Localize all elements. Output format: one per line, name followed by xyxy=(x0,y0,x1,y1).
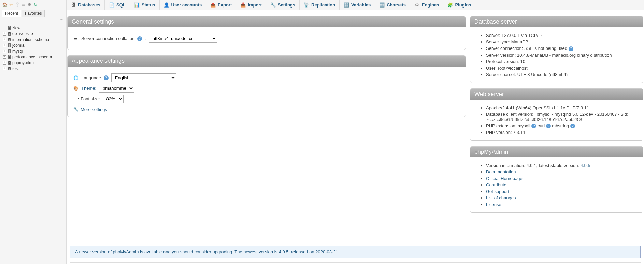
pma-link[interactable]: Documentation xyxy=(486,169,516,175)
menu-users-label: User accounts xyxy=(171,2,202,8)
help-icon[interactable]: ? xyxy=(569,46,573,51)
status-icon: 📊 xyxy=(134,2,140,8)
more-settings-link[interactable]: More settings xyxy=(81,107,107,112)
expand-icon[interactable]: + xyxy=(3,44,6,47)
database-icon: 🗄 xyxy=(7,49,12,54)
home-icon[interactable]: 🏠 xyxy=(2,2,8,8)
menu-status-label: Status xyxy=(142,2,155,8)
pma-link[interactable]: List of changes xyxy=(486,195,516,200)
pma-link[interactable]: Contribute xyxy=(486,182,506,187)
tree-db-label: test xyxy=(12,66,19,71)
dbserver-item: Protocol version: 10 xyxy=(486,58,638,65)
update-notice: A newer version of phpMyAdmin is availab… xyxy=(70,246,641,258)
general-settings-title: General settings xyxy=(68,16,466,27)
users-icon: 👤 xyxy=(164,2,169,8)
plugins-icon: 🧩 xyxy=(447,2,453,8)
tree-db[interactable]: +🗄mysql xyxy=(1,48,65,54)
engines-icon: ⚙ xyxy=(414,2,420,8)
divider xyxy=(70,262,641,263)
collation-select[interactable]: utf8mb4_unicode_ci xyxy=(149,34,217,43)
expand-icon[interactable]: + xyxy=(3,67,6,70)
help-icon[interactable]: ? xyxy=(570,124,575,128)
expand-icon[interactable]: + xyxy=(3,38,6,41)
language-select[interactable]: English xyxy=(111,73,176,82)
reload-icon[interactable]: ↻ xyxy=(33,2,38,8)
menu-engines[interactable]: ⚙Engines xyxy=(410,0,444,10)
expand-icon[interactable]: + xyxy=(3,50,6,53)
webserver-dbclient: Database client version: libmysql - mysq… xyxy=(486,111,638,123)
database-icon: 🗄 xyxy=(7,37,12,42)
expand-icon[interactable]: + xyxy=(3,55,6,59)
theme-label: Theme: xyxy=(81,86,96,91)
tree-db-label: mysql xyxy=(12,49,23,54)
web-server-title: Web server xyxy=(470,89,643,100)
main-area: 🗄Databases 📄SQL 📊Status 👤User accounts 📤… xyxy=(67,0,644,264)
variables-icon: 🔣 xyxy=(344,2,349,8)
expand-icon[interactable]: + xyxy=(3,61,6,65)
settings-gear-icon[interactable]: ⚙ xyxy=(27,2,32,8)
webserver-phpext: PHP extension: mysqli ? curl ? mbstring … xyxy=(486,123,638,129)
help-icon[interactable]: ? xyxy=(531,124,536,128)
menu-variables[interactable]: 🔣Variables xyxy=(340,0,375,10)
webserver-apache: Apache/2.4.41 (Win64) OpenSSL/1.1.1c PHP… xyxy=(486,105,638,111)
pma-version-link[interactable]: 4.9.5 xyxy=(581,163,590,168)
logout-icon[interactable]: ↩ xyxy=(8,2,14,8)
menu-charsets-label: Charsets xyxy=(387,2,406,8)
menu-databases-label: Databases xyxy=(78,2,100,8)
database-server-title: Database server xyxy=(470,16,643,27)
language-label: Language xyxy=(81,75,101,80)
help-icon[interactable]: ? xyxy=(104,75,109,80)
menu-import[interactable]: 📥Import xyxy=(236,0,266,10)
dbserver-item: Server type: MariaDB xyxy=(486,39,638,45)
collation-icon: ☰ xyxy=(73,36,78,41)
fontsize-select[interactable]: 82% xyxy=(103,95,124,103)
navigation-panel: 🏠 ↩ ❔ ▭ ⚙ ↻ Recent Favorites ∞ 🗄 New +🗄d… xyxy=(0,0,67,264)
collapse-link-icon[interactable]: ∞ xyxy=(0,17,66,23)
docs-icon[interactable]: ❔ xyxy=(14,2,20,8)
pma-link[interactable]: License xyxy=(486,202,501,207)
tree-db[interactable]: +🗄db_website xyxy=(1,31,65,37)
menu-settings[interactable]: 🔧Settings xyxy=(266,0,300,10)
database-icon: 🗄 xyxy=(7,31,12,36)
tab-favorites[interactable]: Favorites xyxy=(22,10,45,17)
menu-status[interactable]: 📊Status xyxy=(130,0,160,10)
help-icon[interactable]: ? xyxy=(137,36,142,41)
menu-users[interactable]: 👤User accounts xyxy=(160,0,206,10)
collation-label: Server connection collation xyxy=(81,36,134,41)
menu-export[interactable]: 📤Export xyxy=(206,0,236,10)
menu-replication-label: Replication xyxy=(311,2,335,8)
update-notice-link[interactable]: A newer version of phpMyAdmin is availab… xyxy=(75,249,339,254)
tree-db-label: performance_schema xyxy=(12,55,52,59)
menu-replication[interactable]: 📡Replication xyxy=(300,0,340,10)
tree-db-label: joomla xyxy=(12,43,24,48)
expand-icon[interactable]: + xyxy=(3,32,6,36)
dbserver-item: Server: 127.0.0.1 via TCP/IP xyxy=(486,32,638,39)
menu-charsets[interactable]: 🔤Charsets xyxy=(375,0,410,10)
menu-variables-label: Variables xyxy=(351,2,371,8)
tree-db[interactable]: +🗄test xyxy=(1,66,65,71)
pma-link[interactable]: Official Homepage xyxy=(486,176,523,181)
tree-db[interactable]: +🗄phpmyadmin xyxy=(1,60,65,66)
pma-version: Version information: 4.9.1, latest stabl… xyxy=(486,162,638,169)
nav-tabs: Recent Favorites xyxy=(2,10,64,17)
sql-icon[interactable]: ▭ xyxy=(20,2,26,8)
database-server-panel: Database server Server: 127.0.0.1 via TC… xyxy=(470,16,643,83)
tab-recent[interactable]: Recent xyxy=(2,10,21,17)
tree-new[interactable]: 🗄 New xyxy=(1,25,65,31)
tree-db[interactable]: +🗄information_schema xyxy=(1,37,65,42)
tree-db-label: information_schema xyxy=(12,37,49,42)
tree-db[interactable]: +🗄joomla xyxy=(1,42,65,48)
menu-databases[interactable]: 🗄Databases xyxy=(67,0,105,10)
dbserver-item: User: root@localhost xyxy=(486,65,638,71)
menu-plugins[interactable]: 🧩Plugins xyxy=(443,0,475,10)
replication-icon: 📡 xyxy=(304,2,309,8)
web-server-panel: Web server Apache/2.4.41 (Win64) OpenSSL… xyxy=(470,88,643,141)
help-icon[interactable]: ? xyxy=(546,124,551,128)
tree-db[interactable]: +🗄performance_schema xyxy=(1,54,65,60)
database-icon: 🗄 xyxy=(7,66,12,71)
theme-select[interactable]: pmahomme xyxy=(99,84,134,93)
wrench-icon: 🔧 xyxy=(73,107,78,112)
general-settings-panel: General settings ☰ Server connection col… xyxy=(67,16,466,50)
pma-link[interactable]: Get support xyxy=(486,189,509,194)
menu-sql[interactable]: 📄SQL xyxy=(105,0,130,10)
